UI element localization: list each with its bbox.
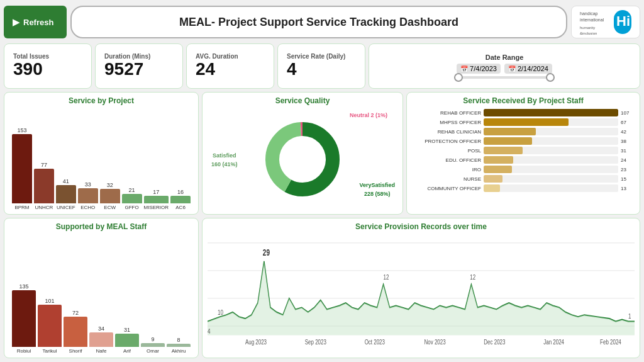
play-icon: ▶ — [13, 17, 19, 27]
hbar-label: REHAB CLINICIAN — [412, 129, 481, 135]
bar-bottom-label: UNICEF — [57, 205, 75, 210]
bar-group-echo: 33 ECHO — [78, 181, 98, 210]
donut-chart — [262, 118, 343, 200]
hbar-row-protection-officer: PROTECTION OFFICER 38 — [412, 137, 635, 145]
bar-group-ecw: 32 ECW — [100, 182, 120, 210]
svg-text:10: 10 — [218, 308, 223, 317]
meal-bar-bottom-label: Arif — [123, 348, 131, 354]
service-received-title: Service Received By Project Staff — [412, 96, 635, 105]
meal-bar-fill — [89, 332, 113, 347]
bar-group-unhcr: 77 UNHCR — [34, 162, 54, 210]
hbar-label: COMMUNITY OFFICEF — [412, 186, 481, 191]
service-quality-title: Service Quality — [208, 96, 397, 105]
hbar-fill — [484, 118, 569, 126]
bar-fill — [78, 188, 98, 203]
slider-thumb-left[interactable] — [454, 73, 463, 82]
bar-fill — [122, 194, 142, 203]
hbar-row-posl: POSL 31 — [412, 147, 635, 154]
hbar-value: 24 — [621, 157, 635, 163]
hbar-fill — [484, 175, 502, 183]
title-box: MEAL- Project Support Service Tracking D… — [70, 6, 567, 38]
service-by-project-chart: 153 BPRM 77 UNHCR 41 UNICEF 33 ECHO 32 E… — [9, 108, 193, 210]
meal-bar-bottom-label: Akhiru — [172, 348, 186, 354]
hbar-track — [484, 175, 618, 183]
meal-staff-card: Supported by MEAL Staff 135 Robiul 101 T… — [4, 218, 199, 358]
meal-bar-bottom-label: Robiul — [17, 348, 31, 354]
hbar-value: 42 — [621, 129, 635, 135]
svg-text:Dec 2023: Dec 2023 — [484, 338, 505, 346]
bar-fill — [56, 185, 76, 203]
meal-bar-group-shorif: 72 Shorif — [64, 310, 87, 354]
time-series-title: Service Provision Records over time — [208, 222, 635, 231]
svg-text:4: 4 — [208, 327, 211, 335]
meal-bar-group-robiul: 135 Robiul — [12, 283, 36, 354]
charts-row: Service by Project 153 BPRM 77 UNHCR 41 … — [4, 92, 640, 215]
hbar-value: 13 — [621, 186, 635, 191]
bar-bottom-label: AC6 — [175, 205, 186, 210]
stat-value-2: 24 — [196, 60, 265, 79]
donut-label-satisfied: Satisfied160 (41%) — [211, 150, 238, 168]
date-start-input[interactable]: 📅 7/4/2023 — [457, 64, 501, 74]
hbar-label: MHPSS OFFICER — [412, 120, 481, 125]
hbar-row-community-officef: COMMUNITY OFFICEF 13 — [412, 184, 635, 192]
bar-fill — [100, 189, 120, 203]
hbar-row-edu.-officer: EDU. OFFICER 24 — [412, 156, 635, 164]
refresh-button[interactable]: ▶ Refresh — [4, 6, 67, 38]
svg-text:humanity: humanity — [580, 26, 595, 30]
hbar-label: POSL — [412, 148, 481, 154]
svg-text:12: 12 — [470, 273, 475, 281]
service-received-card: Service Received By Project Staff REHAB … — [406, 92, 640, 215]
service-received-chart: REHAB OFFICER 107 MHPSS OFFICER 67 REHAB… — [412, 108, 635, 210]
date-end-input[interactable]: 📅 2/14/2024 — [504, 64, 552, 74]
hbar-fill — [484, 166, 512, 173]
date-slider[interactable] — [454, 76, 555, 79]
bar-bottom-label: BPRM — [14, 205, 29, 210]
meal-bar-fill — [64, 317, 87, 347]
hbar-fill — [484, 109, 618, 116]
meal-bar-group-omar: 9 Omar — [141, 336, 165, 354]
meal-staff-title: Supported by MEAL Staff — [9, 222, 193, 231]
slider-thumb-right[interactable] — [546, 73, 555, 82]
donut-label-neutral: Neutral 2 (1%) — [350, 110, 387, 119]
hbar-label: REHAB OFFICER — [412, 110, 481, 116]
bar-group-bprm: 153 BPRM — [12, 127, 32, 210]
meal-bar-fill — [115, 334, 139, 347]
date-range-card: Date Range 📅 7/4/2023 📅 2/14/2024 — [369, 43, 640, 89]
svg-text:Oct 2023: Oct 2023 — [365, 338, 386, 346]
svg-text:Jan 2024: Jan 2024 — [543, 338, 564, 346]
svg-text:1: 1 — [628, 312, 631, 320]
hbar-label: NURSE — [412, 176, 481, 182]
hbar-row-rehab-clinician: REHAB CLINICIAN 42 — [412, 128, 635, 135]
meal-bar-fill — [38, 305, 62, 347]
service-by-project-title: Service by Project — [9, 96, 193, 105]
bar-bottom-label: ECW — [104, 205, 116, 210]
hbar-fill — [484, 156, 513, 164]
bar-fill — [34, 169, 54, 203]
hbar-track — [484, 128, 618, 135]
date-end-value: 2/14/2024 — [518, 65, 548, 72]
bar-group-unicef: 41 UNICEF — [56, 178, 76, 210]
logo-wrap: handicap international humanity &inclusi… — [577, 8, 634, 37]
svg-text:29: 29 — [263, 247, 270, 257]
hbar-row-mhpss-officer: MHPSS OFFICER 67 — [412, 118, 635, 126]
meal-bar-fill — [12, 290, 36, 347]
donut-container: Neutral 2 (1%) Satisfied160 (41%) VerySa… — [208, 108, 397, 210]
bar-top-label: 77 — [41, 162, 47, 168]
hbar-label: IRO — [412, 167, 481, 173]
bar-bottom-label: GFFO — [125, 205, 138, 210]
svg-text:&inclusion: &inclusion — [580, 31, 597, 35]
bar-bottom-label: ECHO — [80, 205, 95, 210]
hbar-track — [484, 137, 618, 145]
meal-bar-top-label: 101 — [45, 298, 54, 304]
hbar-track — [484, 118, 618, 126]
bar-fill — [170, 196, 191, 203]
meal-bar-bottom-label: Tarikul — [42, 348, 57, 354]
service-quality-card: Service Quality Neutral 2 (1%) Satisfied… — [202, 92, 403, 215]
bar-top-label: 41 — [63, 178, 69, 184]
bar-top-label: 33 — [85, 181, 91, 188]
svg-text:international: international — [580, 18, 604, 22]
hbar-row-iro: IRO 23 — [412, 166, 635, 173]
meal-bar-bottom-label: Shorif — [69, 348, 82, 354]
hbar-value: 67 — [621, 120, 635, 125]
hbar-value: 31 — [621, 148, 635, 154]
